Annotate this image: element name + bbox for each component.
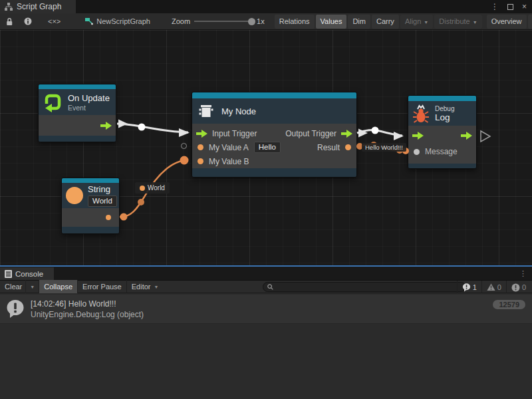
wire-value-text: Hello World!!! xyxy=(365,144,403,151)
zoom-control: Zoom 1x xyxy=(166,17,270,25)
info-button[interactable] xyxy=(19,13,37,30)
align-label: Align xyxy=(405,17,421,25)
maximize-icon[interactable] xyxy=(507,4,513,10)
log-message: [14:02:46] Hello World!!! xyxy=(31,299,144,309)
zoom-slider[interactable] xyxy=(194,21,253,22)
node-accent-bar xyxy=(39,84,116,89)
unity-window: Script Graph ⋮ × <×> xyxy=(0,0,532,399)
lock-icon xyxy=(5,17,13,26)
chevron-down-icon: ▼ xyxy=(473,20,477,25)
trigger-output-port[interactable] xyxy=(100,122,112,130)
info-count-toggle[interactable]: 1 xyxy=(457,281,481,294)
wire-onupdate-to-mynode[interactable] xyxy=(117,124,188,132)
graph-icon xyxy=(5,3,13,11)
error-count-toggle[interactable]: 0 xyxy=(506,281,531,294)
code-view-button[interactable]: <×> xyxy=(43,13,66,30)
trigger-input-port[interactable] xyxy=(196,130,207,138)
relations-toggle[interactable]: Relations xyxy=(275,15,315,29)
chevron-down-icon: ▼ xyxy=(424,20,428,25)
port-label: Output Trigger xyxy=(285,129,336,138)
tab-console[interactable]: Console xyxy=(0,267,54,280)
collapse-toggle[interactable]: Collapse xyxy=(39,280,77,293)
trigger-input-port[interactable] xyxy=(412,132,424,140)
node-debug-log[interactable]: Debug Log Message xyxy=(408,95,477,169)
console-tab-bar: Console ⋮ xyxy=(0,267,532,280)
port-row xyxy=(39,115,116,136)
node-footer xyxy=(408,164,476,168)
console-search[interactable] xyxy=(263,282,466,292)
tab-title: Console xyxy=(15,270,43,278)
unconnected-arrow-icon xyxy=(481,131,490,142)
log-entry-row[interactable]: [14:02:46] Hello World!!! UnityEngine.De… xyxy=(0,295,532,324)
tab-script-graph[interactable]: Script Graph xyxy=(0,0,76,13)
info-icon xyxy=(24,17,32,25)
tab-title: Script Graph xyxy=(17,2,61,11)
node-accent-bar xyxy=(192,92,356,98)
node-body: Message xyxy=(408,126,476,164)
more-menu-icon[interactable]: ⋮ xyxy=(491,0,499,13)
node-body xyxy=(39,115,116,136)
fullscreen-button[interactable]: Full S xyxy=(528,15,532,29)
node-title: Log xyxy=(435,112,454,122)
warning-count-toggle[interactable]: 0 xyxy=(481,281,506,294)
window-controls: ⋮ × xyxy=(491,0,527,13)
chevron-down-icon: ▼ xyxy=(154,285,159,289)
port-row: Message xyxy=(408,144,476,160)
align-dropdown[interactable]: Align▼ xyxy=(400,15,433,29)
node-subtitle: Event xyxy=(68,104,110,112)
port-label: Result xyxy=(317,143,340,152)
values-toggle[interactable]: Values xyxy=(316,15,347,29)
error-pause-toggle[interactable]: Error Pause xyxy=(78,280,126,293)
port-row: My Value B xyxy=(192,154,356,168)
console-counters: 1 0 0 xyxy=(457,281,531,294)
value-input-port[interactable] xyxy=(198,158,203,164)
lock-button[interactable] xyxy=(0,13,19,30)
node-string[interactable]: String World xyxy=(61,178,120,234)
node-body: Input Trigger Output Trigger My Value A … xyxy=(192,124,356,168)
trigger-output-port[interactable] xyxy=(341,130,352,138)
graph-name[interactable]: NewScriptGraph xyxy=(78,17,157,26)
value-output-port[interactable] xyxy=(106,215,111,220)
warning-count: 0 xyxy=(497,283,501,291)
carry-toggle[interactable]: Carry xyxy=(372,15,399,29)
node-title: My Node xyxy=(221,106,256,116)
inline-value-field[interactable]: Hello xyxy=(254,142,281,153)
close-icon[interactable]: × xyxy=(522,0,527,13)
wire-value-label-helloworld: Hello World!!! xyxy=(362,143,406,152)
wire-pulse-dot xyxy=(138,124,146,131)
distribute-dropdown[interactable]: Distribute▼ xyxy=(434,15,481,29)
value-output-port[interactable] xyxy=(345,144,351,150)
search-input[interactable] xyxy=(276,283,462,291)
collapse-count-badge: 12579 xyxy=(493,300,525,309)
wire-mynode-to-debug[interactable] xyxy=(357,130,402,136)
overview-button[interactable]: Overview xyxy=(487,15,527,29)
zoom-slider-handle[interactable] xyxy=(248,18,255,25)
custom-node-icon xyxy=(198,102,215,120)
more-menu-icon[interactable]: ⋮ xyxy=(519,269,527,278)
node-accent-bar xyxy=(408,96,476,101)
trigger-output-port[interactable] xyxy=(461,132,472,140)
node-on-update[interactable]: On Update Event xyxy=(38,84,116,142)
editor-dropdown[interactable]: Editor ▼ xyxy=(127,280,164,293)
inline-value-field[interactable]: World xyxy=(88,196,117,207)
wire-value-text: World xyxy=(148,184,165,192)
clear-dropdown[interactable]: ▼ xyxy=(25,280,39,293)
log-stacktrace: UnityEngine.Debug:Log (object) xyxy=(31,309,144,320)
value-input-port[interactable] xyxy=(198,144,203,150)
graph-canvas[interactable]: World Hello World!!! On Update Event xyxy=(0,30,532,265)
dim-toggle[interactable]: Dim xyxy=(348,15,370,29)
wire-pulse-dot xyxy=(138,199,144,205)
port-row xyxy=(408,128,476,144)
port-label: My Value A xyxy=(209,143,249,152)
port-label: My Value B xyxy=(209,157,249,166)
message-input-port[interactable] xyxy=(414,149,420,155)
editor-label: Editor xyxy=(132,283,151,291)
console-log-area[interactable]: [14:02:46] Hello World!!! UnityEngine.De… xyxy=(0,293,532,399)
clear-button[interactable]: Clear xyxy=(0,280,25,293)
node-my-node[interactable]: My Node Input Trigger Output Trigger xyxy=(192,92,357,178)
wire-arrow-icon xyxy=(394,132,404,140)
title-bar: Script Graph ⋮ × xyxy=(0,0,532,13)
node-footer xyxy=(39,136,116,142)
console-toolbar: Clear ▼ Collapse Error Pause Editor ▼ xyxy=(0,280,532,293)
error-circle-icon xyxy=(511,283,520,292)
